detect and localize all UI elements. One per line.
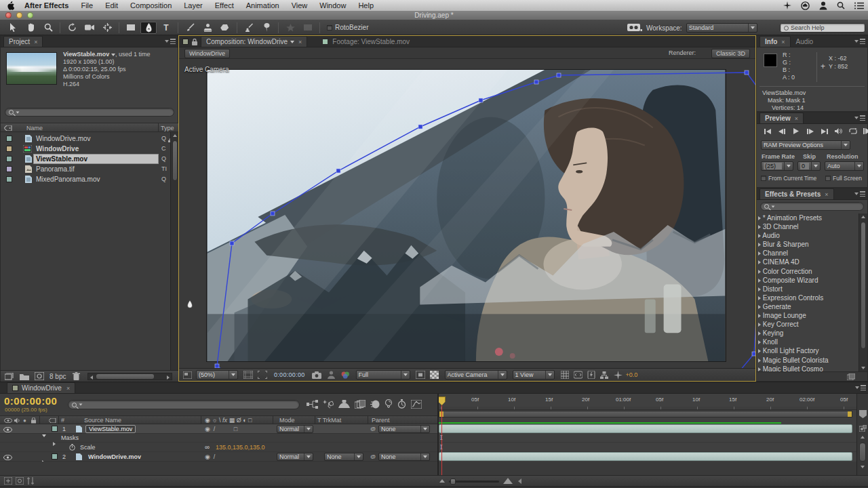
- zoom-in-mountain-icon[interactable]: [503, 478, 513, 484]
- timeline-graph-area[interactable]: 0f 05f 10f 15f 20f 01:00f 05f 10f 15f 20…: [439, 394, 856, 475]
- layer-row-windowdrive[interactable]: 2 WindowDrive.mov ◉ / Normal None @ None: [0, 452, 437, 462]
- project-panel-menu[interactable]: [165, 38, 176, 45]
- item-name[interactable]: WindowDrive: [36, 145, 79, 152]
- layer-bar-windowdrive[interactable]: [439, 452, 852, 461]
- preview-title[interactable]: ViewStable.mov: [63, 51, 109, 58]
- zoom-out-mountain-icon[interactable]: [439, 479, 445, 483]
- effects-category[interactable]: Key Correct: [758, 320, 859, 329]
- rotation-tool[interactable]: [64, 22, 80, 34]
- item-name[interactable]: WindowDrive.mov: [36, 135, 91, 142]
- layer-switches[interactable]: ◉ / □: [205, 426, 237, 432]
- layer-switches[interactable]: ◉ /: [205, 453, 215, 460]
- exposure-value[interactable]: +0.0: [626, 371, 638, 378]
- project-tab[interactable]: Project×: [3, 36, 43, 47]
- grid-guides-icon[interactable]: [561, 371, 569, 379]
- trkmat-column[interactable]: T TrkMat: [317, 417, 341, 424]
- column-name[interactable]: Name: [26, 125, 43, 131]
- renderer-button[interactable]: Classic 3D: [711, 49, 750, 58]
- masks-group-row[interactable]: Masks: [0, 434, 437, 443]
- layer-bar-viewstable[interactable]: [439, 424, 852, 433]
- magnification-select[interactable]: (50%): [196, 370, 238, 380]
- full-screen-toggle[interactable]: Full Screen: [825, 175, 862, 182]
- label-chip[interactable]: [6, 176, 12, 182]
- workspace-icon[interactable]: [627, 24, 642, 33]
- effects-category[interactable]: Magic Bullet Cosmo: [758, 365, 859, 371]
- last-frame-button[interactable]: [818, 127, 830, 136]
- comp-mini-flowchart-icon[interactable]: [307, 400, 318, 409]
- effects-presets-tab[interactable]: Effects & Presets×: [760, 188, 834, 199]
- always-preview-icon[interactable]: [183, 371, 192, 379]
- pan-behind-tool[interactable]: [99, 22, 115, 34]
- show-snapshot-icon[interactable]: [328, 371, 335, 379]
- effects-category[interactable]: Knoll Light Factory: [758, 346, 859, 355]
- project-row-selected[interactable]: ViewStable.mov Q: [1, 154, 179, 164]
- effects-category[interactable]: Generate: [758, 302, 859, 311]
- timeline-search-field[interactable]: [68, 400, 300, 409]
- search-help-field[interactable]: Search Help: [780, 23, 865, 33]
- safe-margins-icon[interactable]: [243, 371, 253, 379]
- effects-category[interactable]: Audio: [758, 231, 859, 240]
- layer-visibility-eye-icon[interactable]: [3, 455, 12, 460]
- list-icon[interactable]: [854, 2, 864, 9]
- label-chip[interactable]: [6, 156, 12, 162]
- info-tab[interactable]: Info×: [760, 36, 791, 47]
- layer-name[interactable]: ViewStable.mov: [85, 425, 136, 433]
- scale-value[interactable]: 135.0,135.0,135.0: [216, 444, 265, 451]
- prev-frame-button[interactable]: [776, 127, 787, 136]
- transparency-grid-icon[interactable]: [430, 371, 439, 379]
- work-area-bar[interactable]: [439, 411, 852, 418]
- timeline-panel-menu[interactable]: [855, 384, 866, 391]
- stopwatch-icon[interactable]: [69, 444, 75, 451]
- layer-name[interactable]: WindowDrive.mov: [88, 453, 141, 460]
- lock-icon[interactable]: [192, 39, 197, 45]
- item-name[interactable]: Panorama.tif: [36, 165, 75, 173]
- menu-composition[interactable]: Composition: [124, 0, 178, 11]
- ram-preview-button[interactable]: [861, 127, 868, 136]
- view-camera-select[interactable]: Active Camera: [445, 370, 507, 380]
- comp-marker-button[interactable]: [859, 410, 867, 418]
- effects-category[interactable]: Magic Bullet Colorista: [758, 356, 859, 365]
- layer-visibility-eye-icon[interactable]: [3, 427, 12, 432]
- creative-cloud-icon[interactable]: [801, 1, 810, 10]
- item-name[interactable]: MixedPanorama.mov: [36, 176, 100, 183]
- pixel-aspect-icon[interactable]: [574, 371, 583, 379]
- region-of-interest-icon[interactable]: [258, 371, 267, 379]
- zoom-tool[interactable]: [40, 22, 56, 34]
- timeline-tab[interactable]: WindowDrive ×: [7, 382, 75, 393]
- target-region-icon[interactable]: [416, 371, 425, 379]
- channel-icon[interactable]: [341, 371, 350, 379]
- skip-select[interactable]: 0: [797, 161, 821, 171]
- rect-mask-tool[interactable]: [123, 22, 139, 34]
- label-chip[interactable]: [6, 136, 12, 142]
- layer-blend-mode[interactable]: Normal: [277, 453, 313, 461]
- audio-tab[interactable]: Audio: [791, 36, 819, 47]
- layer-blend-mode[interactable]: Normal: [277, 425, 313, 433]
- effects-category[interactable]: Knoll: [758, 338, 859, 346]
- effects-scrollbar[interactable]: [859, 214, 867, 371]
- menu-layer[interactable]: Layer: [178, 0, 209, 11]
- view-layout-select[interactable]: 1 View: [513, 370, 555, 380]
- timeline-button-icon[interactable]: [600, 371, 608, 379]
- item-name[interactable]: ViewStable.mov: [36, 155, 87, 163]
- preview-resolution-select[interactable]: Auto: [825, 161, 864, 171]
- layer-row-viewstable[interactable]: 1 ViewStable.mov ◉ / □ Normal @ None: [0, 424, 437, 434]
- new-composition-icon[interactable]: [35, 372, 44, 380]
- audio-toggle-button[interactable]: [833, 127, 844, 136]
- preview-tab-close[interactable]: ×: [795, 115, 798, 122]
- breadcrumb-comp[interactable]: WindowDrive: [184, 49, 230, 58]
- view-camera-label[interactable]: Active Camera: [184, 66, 229, 73]
- project-search-field[interactable]: [5, 108, 174, 117]
- effects-category[interactable]: Keying: [758, 329, 859, 338]
- project-row[interactable]: Panorama.tif TI: [1, 164, 179, 174]
- shy-icon[interactable]: [338, 400, 350, 408]
- project-row[interactable]: WindowDrive C: [1, 144, 179, 154]
- source-name-column[interactable]: Source Name: [84, 417, 121, 424]
- effects-category[interactable]: Distort: [758, 285, 859, 293]
- project-hscrollbar[interactable]: [87, 373, 172, 380]
- snapshot-icon[interactable]: [312, 371, 321, 379]
- dimension-link-icon[interactable]: ∞: [205, 443, 210, 451]
- project-tab-close[interactable]: ×: [34, 39, 37, 45]
- eraser-tool[interactable]: [217, 22, 233, 34]
- layer-trkmat[interactable]: None: [324, 453, 363, 461]
- graph-editor-icon[interactable]: [411, 400, 422, 409]
